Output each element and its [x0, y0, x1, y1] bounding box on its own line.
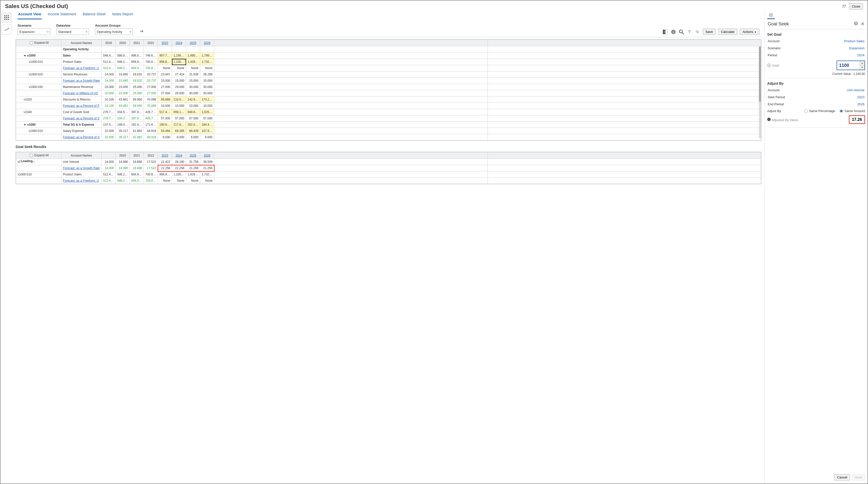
forecast-link[interactable]: Forecast: as a Freeform: U	[63, 179, 99, 183]
grid-cell[interactable]: 1,156.42	[172, 53, 186, 59]
grid-cell[interactable]: 10.100	[101, 103, 116, 109]
grid-cell[interactable]: 546.400	[101, 53, 116, 59]
grid-cell[interactable]: 426.718	[144, 109, 158, 115]
grid-cell[interactable]: 22.258	[172, 165, 186, 171]
grid-cell[interactable]: 6.000	[200, 134, 214, 140]
main-grid[interactable]: Expand AllAccount Names20192020202120222…	[16, 39, 762, 141]
grid-cell[interactable]: 57.000	[186, 115, 200, 122]
grid-cell[interactable]: 586.948	[116, 53, 130, 59]
grid-cell[interactable]: 276.700	[101, 115, 116, 122]
grid-cell[interactable]: None	[172, 65, 186, 71]
grid-cell[interactable]: 334.560	[116, 115, 130, 122]
grid-cell[interactable]: None	[158, 178, 172, 184]
grid-cell[interactable]: 700.891	[144, 171, 158, 178]
grid-cell[interactable]: 35.217	[116, 128, 130, 134]
grid-cell[interactable]: 27.000	[158, 84, 172, 90]
grid-cell[interactable]: 35.217	[116, 134, 130, 140]
year-header[interactable]: 2026	[200, 40, 214, 46]
year-header[interactable]: 2025	[186, 152, 200, 159]
start-period-value-link[interactable]: 2023	[857, 95, 865, 99]
grid-cell[interactable]: 1,025.53	[200, 109, 214, 115]
expand-all-checkbox[interactable]	[30, 41, 33, 44]
close-panel-icon[interactable]: ✕	[861, 21, 865, 27]
grid-cell[interactable]: 58.950	[130, 103, 144, 109]
grid-cell[interactable]: None	[172, 178, 186, 184]
end-period-value-link[interactable]: 2026	[857, 102, 865, 106]
grid-cell[interactable]: 252.004	[186, 122, 200, 128]
grid-cell[interactable]: 27.424	[172, 71, 186, 78]
grid-cell[interactable]: 1,732.90	[200, 171, 214, 178]
grid-cell[interactable]: 1,799.17	[200, 53, 214, 59]
dataview-dropdown[interactable]: Standard▾	[56, 28, 89, 35]
grid-cell[interactable]: 190.808	[158, 122, 172, 128]
rail-grid-icon[interactable]	[1, 12, 11, 23]
grid-cell[interactable]: 23.847	[158, 71, 172, 78]
cancel-button[interactable]: Cancel	[834, 474, 850, 481]
grid-cell[interactable]: None	[200, 65, 214, 71]
grid-cell[interactable]: 27.000	[144, 90, 158, 97]
goal-step-down[interactable]: ▼	[860, 66, 865, 70]
grid-cell[interactable]: 6.000	[172, 134, 186, 140]
grid-cell[interactable]: 849.669	[186, 109, 200, 115]
grid-cell[interactable]: 171.871	[144, 122, 158, 128]
grid-cell[interactable]: 284.494	[200, 122, 214, 128]
grid-cell[interactable]: None	[158, 65, 172, 71]
grid-cell[interactable]: 654.999	[130, 178, 144, 184]
results-grid[interactable]: Loading... Expand AllAccount Names202020…	[16, 152, 762, 184]
forecast-link[interactable]: Forecast: as a Percent of P	[63, 104, 99, 107]
grid-cell[interactable]: 107.951	[200, 128, 214, 134]
grid-cell[interactable]: 397.878	[130, 109, 144, 115]
tab-balance-sheet[interactable]: Balance Sheet	[82, 10, 106, 19]
grid-cell[interactable]: 548.268	[116, 178, 130, 184]
grid-cell[interactable]: 162.416	[130, 122, 144, 128]
grid-cell[interactable]: 25.000	[130, 90, 144, 97]
expand-all-checkbox[interactable]	[30, 154, 33, 157]
grid-cell[interactable]: 698.031	[130, 53, 144, 59]
grid-cell[interactable]: 10.000	[186, 103, 200, 109]
grid-cell[interactable]: 21.258	[186, 165, 200, 171]
grid-cell[interactable]: 1,100.00	[172, 171, 186, 178]
grid-cell[interactable]: 548.268	[116, 65, 130, 71]
grid-cell[interactable]: 15.000	[172, 78, 186, 84]
grid-cell[interactable]: 907.741	[158, 53, 172, 59]
grid-cell[interactable]: 14.000	[101, 159, 116, 165]
grid-cell[interactable]: 70.089	[144, 97, 158, 103]
grid-cell[interactable]: 15.000	[158, 78, 172, 84]
grid-cell[interactable]: 57.000	[200, 115, 214, 122]
grid-cell[interactable]: 700.891	[144, 178, 158, 184]
forecast-link[interactable]: Forecast: as a Growth Rate	[63, 79, 100, 83]
grid-cell[interactable]: 32.000	[101, 128, 116, 134]
grid-cell[interactable]: 85.689	[158, 97, 172, 103]
grid-cell[interactable]: 70.089	[144, 103, 158, 109]
grid-cell[interactable]: 31.758	[186, 159, 200, 165]
scrollbar-thumb[interactable]	[759, 46, 761, 102]
tab-income-statement[interactable]: Income Statement	[47, 10, 77, 19]
grid-cell[interactable]: 44.918	[144, 134, 158, 140]
grid-cell[interactable]: 15.680	[116, 71, 130, 78]
grid-cell[interactable]: 14.000	[101, 165, 116, 171]
grid-cell[interactable]: 22.258	[158, 165, 172, 171]
search-icon[interactable]	[679, 29, 684, 35]
grid-cell[interactable]: 517.412	[158, 109, 172, 115]
grid-cell[interactable]: 10.000	[172, 103, 186, 109]
account-code[interactable]: v1000:030	[16, 84, 61, 90]
grid-cell[interactable]: 29.000	[172, 84, 186, 90]
grid-cell[interactable]: 148.066	[116, 122, 130, 128]
grid-cell[interactable]: 426.718	[144, 115, 158, 122]
calculate-button[interactable]: Calculate	[718, 29, 737, 35]
grid-cell[interactable]: 1,429.11	[186, 171, 200, 178]
grid-cell[interactable]: 15.000	[186, 78, 200, 84]
grid-cell[interactable]: 548.268	[116, 171, 130, 178]
seek-button[interactable]: Seek	[852, 474, 865, 481]
grid-cell[interactable]: 23.000	[116, 84, 130, 90]
account-code[interactable]: v1080	[16, 122, 61, 128]
grid-cell[interactable]: 41.882	[130, 128, 144, 134]
grid-cell[interactable]: 30.000	[200, 90, 214, 97]
forward-arrow-icon[interactable]: ➔	[140, 28, 144, 34]
grid-cell[interactable]: 30.000	[200, 84, 214, 90]
grid-cell[interactable]: 27.000	[144, 84, 158, 90]
grid-cell[interactable]: 10.000	[200, 103, 214, 109]
account-code[interactable]: v1000:010	[16, 59, 61, 65]
grid-cell[interactable]: 44.918	[144, 128, 158, 134]
grid-cell[interactable]: 21.422	[158, 159, 172, 165]
